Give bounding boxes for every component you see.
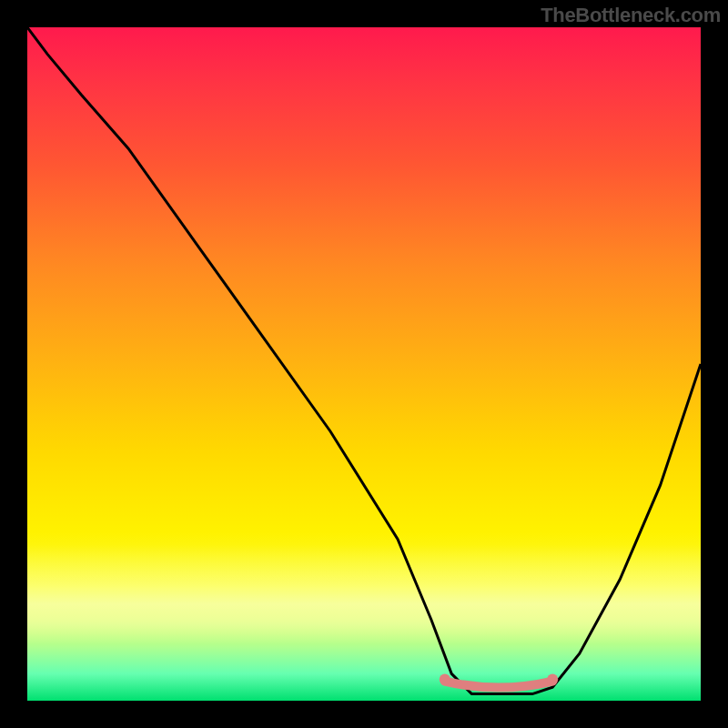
attribution-text: TheBottleneck.com <box>541 4 721 27</box>
chart-frame: TheBottleneck.com <box>0 0 728 728</box>
plot-area <box>27 27 701 701</box>
